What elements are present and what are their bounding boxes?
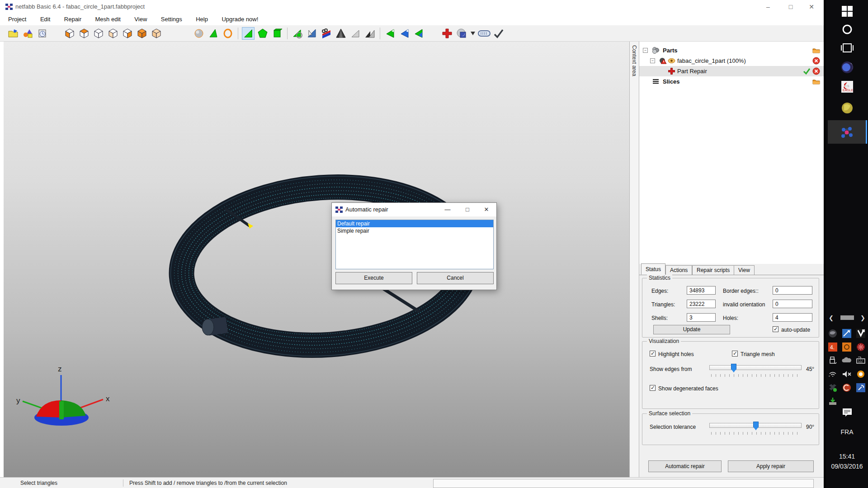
open-project-icon[interactable] xyxy=(7,27,20,40)
menu-settings[interactable]: Settings xyxy=(161,14,182,25)
close-button[interactable]: ✕ xyxy=(801,0,822,14)
automatic-repair-button[interactable]: Automatic repair xyxy=(648,460,722,472)
cube-view-1-icon[interactable] xyxy=(63,27,76,40)
collapse-icon[interactable]: − xyxy=(643,48,648,53)
menu-upgrade-now[interactable]: Upgrade now! xyxy=(222,14,258,25)
tray-icon-usb[interactable] xyxy=(827,355,838,366)
tab-repair-scripts[interactable]: Repair scripts xyxy=(692,265,734,275)
cube-view-4-icon[interactable] xyxy=(107,27,119,40)
tray-icon-red-asterisk[interactable] xyxy=(855,342,866,352)
taskbar-app-cinema4d-icon[interactable] xyxy=(826,61,868,74)
edges-value[interactable]: 34893 xyxy=(687,286,716,295)
tray-icon-blue-tool[interactable] xyxy=(855,382,866,393)
dialog-close-button[interactable]: ✕ xyxy=(477,203,495,216)
show-edges-slider[interactable] xyxy=(709,365,802,370)
taskbar-app-sphere-icon[interactable] xyxy=(826,101,868,115)
tab-view[interactable]: View xyxy=(734,265,755,275)
select-surfaces-icon[interactable] xyxy=(256,27,269,40)
repair-part-icon[interactable] xyxy=(441,27,453,40)
tray-icon-keyboard[interactable] xyxy=(855,355,866,366)
notification-center-icon[interactable] xyxy=(826,408,868,418)
fix-orientation-icon[interactable] xyxy=(413,27,425,40)
tray-scrollbar-thumb[interactable] xyxy=(840,315,854,320)
tray-scroll-left-icon[interactable]: ❮ xyxy=(829,314,834,321)
execute-button[interactable]: Execute xyxy=(335,272,412,284)
invalid-orientation-value[interactable]: 0 xyxy=(773,300,812,308)
visibility-eye-icon[interactable] xyxy=(668,57,675,65)
triangles-value[interactable]: 23222 xyxy=(687,300,716,308)
show-degenerated-checkbox[interactable] xyxy=(650,385,656,391)
cut-icon[interactable] xyxy=(320,27,333,40)
cube-view-7-icon[interactable] xyxy=(150,27,163,40)
tray-icon-green-download[interactable] xyxy=(827,396,838,407)
tray-icon-wifi[interactable]: * xyxy=(827,369,838,380)
start-button[interactable] xyxy=(826,5,868,17)
tab-status[interactable]: Status xyxy=(641,263,665,275)
minimize-button[interactable]: – xyxy=(758,0,778,14)
zoom-icon[interactable] xyxy=(222,27,234,40)
cortana-search-icon[interactable] xyxy=(826,23,868,35)
tree-row-part[interactable]: − fabac_circle_1part (100%) xyxy=(639,56,824,66)
maximize-button[interactable]: □ xyxy=(780,0,801,14)
tray-icon-orange-app[interactable] xyxy=(841,342,852,352)
cancel-button[interactable]: Cancel xyxy=(417,272,494,284)
apply-repair-button[interactable]: Apply repair xyxy=(728,460,814,472)
select-triangles-icon[interactable] xyxy=(242,27,255,40)
select-shells-icon[interactable] xyxy=(271,27,283,40)
taskbar-app-netfabb-active[interactable] xyxy=(828,120,867,144)
selection-tolerance-slider[interactable] xyxy=(709,423,802,428)
repair-script-list[interactable]: Default repair Simple repair xyxy=(335,220,494,269)
tray-icon-dropbox[interactable] xyxy=(827,382,838,393)
list-item-default-repair[interactable]: Default repair xyxy=(336,220,493,227)
viewport-3d[interactable]: z y x xyxy=(4,42,629,477)
dialog-maximize-button[interactable]: □ xyxy=(458,203,476,216)
tray-icon-volume-muted[interactable] xyxy=(841,369,852,380)
tray-icon-checkered-v[interactable] xyxy=(855,328,866,339)
selected-triangles-icon[interactable] xyxy=(349,27,362,40)
tray-icon-ccleaner[interactable] xyxy=(841,382,852,393)
tree-row-part-repair[interactable]: Part Repair xyxy=(639,66,824,76)
show-edges-slider-thumb[interactable] xyxy=(731,364,736,372)
measure-icon[interactable] xyxy=(478,27,491,40)
chevron-down-icon[interactable] xyxy=(470,27,476,40)
tray-icon-autodesk-blue[interactable] xyxy=(841,328,852,339)
add-part-icon[interactable] xyxy=(22,27,34,40)
menu-edit[interactable]: Edit xyxy=(40,14,50,25)
flip-selected-green-icon[interactable] xyxy=(384,27,396,40)
menu-help[interactable]: Help xyxy=(196,14,208,25)
menu-repair[interactable]: Repair xyxy=(64,14,81,25)
invert-selection-icon[interactable] xyxy=(363,27,376,40)
selection-tolerance-slider-thumb[interactable] xyxy=(753,422,759,430)
dialog-minimize-button[interactable]: — xyxy=(439,203,457,216)
highlight-holes-checkbox[interactable] xyxy=(650,351,656,357)
cube-view-5-icon[interactable] xyxy=(121,27,134,40)
cube-view-6-icon[interactable] xyxy=(136,27,148,40)
tray-scroll-right-icon[interactable]: ❯ xyxy=(860,314,865,321)
tray-icon-onedrive-cloud[interactable] xyxy=(841,355,852,366)
holes-value[interactable]: 4 xyxy=(773,313,812,322)
zoom-to-selection-icon[interactable] xyxy=(291,27,304,40)
folder-icon[interactable] xyxy=(812,47,820,54)
shells-to-parts-icon[interactable] xyxy=(455,27,468,40)
tray-icon-orange-4[interactable]: 4. xyxy=(827,342,838,352)
degenerated-faces-icon[interactable] xyxy=(335,27,347,40)
folder-icon[interactable] xyxy=(812,78,820,85)
shells-value[interactable]: 3 xyxy=(687,313,716,322)
menu-view[interactable]: View xyxy=(134,14,147,25)
menu-mesh-edit[interactable]: Mesh edit xyxy=(95,14,121,25)
tree-row-slices[interactable]: Slices xyxy=(639,76,824,87)
flip-selected-blue-icon[interactable] xyxy=(398,27,411,40)
border-edges-value[interactable]: 0 xyxy=(773,286,812,295)
clock-date[interactable]: 09/03/2016 xyxy=(826,463,868,470)
triangle-mesh-checkbox[interactable] xyxy=(732,351,738,357)
auto-update-checkbox[interactable] xyxy=(773,326,778,332)
clock-time[interactable]: 15:41 xyxy=(826,453,868,460)
project-information-icon[interactable] xyxy=(36,27,49,40)
tree-row-parts[interactable]: − Parts xyxy=(639,45,824,56)
solid-view-icon[interactable] xyxy=(207,27,220,40)
language-indicator[interactable]: FRA xyxy=(826,428,868,436)
collapse-icon[interactable]: − xyxy=(650,58,655,63)
update-button[interactable]: Update xyxy=(653,325,730,334)
shaded-view-icon[interactable] xyxy=(193,27,205,40)
tab-actions[interactable]: Actions xyxy=(665,265,692,275)
